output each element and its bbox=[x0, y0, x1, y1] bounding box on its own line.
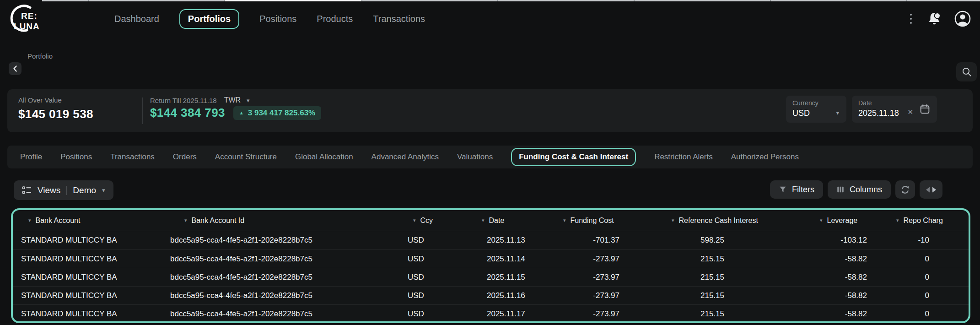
refresh-button[interactable] bbox=[895, 180, 915, 199]
cell-bank-account-id: bdcc5a95-cca4-4fe5-a2f1-202e8228b7c5 bbox=[164, 255, 395, 264]
breadcrumb: Portfolio bbox=[27, 52, 53, 60]
column-header-date[interactable]: ▾Date bbox=[470, 217, 550, 225]
cell-reference-cash-interest: 215.15 bbox=[665, 273, 811, 282]
filter-funnel-icon bbox=[779, 185, 787, 194]
cell-repo-charge: 0 bbox=[891, 309, 969, 319]
prev-arrow-icon bbox=[926, 187, 930, 192]
kebab-menu-icon[interactable] bbox=[907, 11, 915, 27]
views-current-value: Demo bbox=[73, 185, 96, 195]
column-header-leverage[interactable]: ▾Leverage bbox=[811, 217, 891, 225]
table-row[interactable]: STANDARD MULTICCY BA bdcc5a95-cca4-4fe5-… bbox=[13, 249, 969, 268]
search-icon bbox=[961, 66, 972, 77]
column-header-ccy[interactable]: ▾Ccy bbox=[395, 217, 470, 225]
tab-positions[interactable]: Positions bbox=[60, 152, 92, 162]
tab-profile[interactable]: Profile bbox=[20, 152, 42, 162]
cell-funding-cost: -273.97 bbox=[550, 291, 665, 300]
table-toolbar: Views Demo ▾ Filters Columns bbox=[0, 179, 980, 200]
summary-divider bbox=[142, 98, 143, 124]
return-change-value: 3 934 417 825.63% bbox=[248, 108, 315, 118]
cell-bank-account: STANDARD MULTICCY BA bbox=[13, 309, 164, 319]
column-menu-caret-icon[interactable]: ▾ bbox=[896, 217, 899, 223]
chevron-left-icon bbox=[12, 65, 18, 72]
return-mode-dropdown[interactable]: TWR ▾ bbox=[224, 96, 250, 104]
reluna-logo[interactable]: RE: LUNA bbox=[7, 5, 60, 34]
views-divider bbox=[66, 186, 67, 195]
column-header-funding-cost[interactable]: ▾Funding Cost bbox=[550, 217, 665, 225]
cell-ccy: USD bbox=[395, 255, 470, 264]
cell-ccy: USD bbox=[395, 273, 470, 282]
cell-leverage: -58.82 bbox=[811, 273, 891, 282]
table-row[interactable]: STANDARD MULTICCY BA bdcc5a95-cca4-4fe5-… bbox=[13, 286, 969, 304]
cell-date: 2025.11.15 bbox=[470, 273, 550, 282]
date-picker[interactable]: Date 2025.11.18 ✕ bbox=[852, 96, 937, 123]
nav-item-transactions[interactable]: Transactions bbox=[373, 14, 425, 24]
cell-funding-cost: -273.97 bbox=[550, 309, 665, 319]
table-row[interactable]: STANDARD MULTICCY BA bdcc5a95-cca4-4fe5-… bbox=[13, 268, 969, 286]
column-header-reference-cash-interest[interactable]: ▾Reference Cash Interest bbox=[665, 217, 811, 225]
views-label: Views bbox=[38, 185, 60, 195]
table-header-row: ▾Bank Account ▾Bank Account Id ▾Ccy ▾Dat… bbox=[13, 210, 969, 231]
tab-valuations[interactable]: Valuations bbox=[457, 152, 493, 162]
user-avatar-icon[interactable] bbox=[954, 10, 971, 27]
table-row[interactable]: STANDARD MULTICCY BA bdcc5a95-cca4-4fe5-… bbox=[13, 231, 969, 249]
currency-label: Currency bbox=[792, 99, 840, 107]
cell-repo-charge: -10 bbox=[891, 236, 969, 245]
column-menu-caret-icon[interactable]: ▾ bbox=[482, 217, 485, 223]
cell-bank-account: STANDARD MULTICCY BA bbox=[13, 291, 164, 300]
return-till-label: Return Till 2025.11.18 bbox=[150, 97, 217, 104]
column-menu-caret-icon[interactable]: ▾ bbox=[563, 217, 566, 223]
portfolio-tabs: Profile Positions Transactions Orders Ac… bbox=[7, 146, 973, 168]
tab-advanced-analytics[interactable]: Advanced Analytics bbox=[372, 152, 439, 162]
columns-button[interactable]: Columns bbox=[828, 180, 891, 199]
cell-leverage: -103.12 bbox=[811, 236, 891, 245]
views-list-icon bbox=[22, 186, 32, 195]
search-button[interactable] bbox=[956, 62, 977, 81]
nav-item-dashboard[interactable]: Dashboard bbox=[114, 14, 159, 24]
back-button[interactable] bbox=[9, 62, 22, 75]
column-header-bank-account[interactable]: ▾Bank Account bbox=[13, 217, 164, 225]
tab-funding-cost-cash-interest[interactable]: Funding Cost & Cash Interest bbox=[511, 148, 636, 166]
cell-date: 2025.11.16 bbox=[470, 291, 550, 300]
nav-item-positions[interactable]: Positions bbox=[259, 14, 296, 24]
tab-global-allocation[interactable]: Global Allocation bbox=[295, 152, 353, 162]
refresh-icon bbox=[900, 184, 910, 195]
nav-item-portfolios[interactable]: Portfolios bbox=[179, 9, 239, 29]
column-header-repo-charge[interactable]: ▾Repo Charg bbox=[891, 217, 969, 225]
chevron-down-icon: ▾ bbox=[836, 109, 839, 116]
cell-leverage: -58.82 bbox=[811, 255, 891, 264]
funding-cost-table: ▾Bank Account ▾Bank Account Id ▾Ccy ▾Dat… bbox=[11, 208, 970, 323]
return-change-badge: ▲ 3 934 417 825.63% bbox=[233, 106, 321, 120]
calendar-icon[interactable] bbox=[919, 103, 931, 117]
clear-date-icon[interactable]: ✕ bbox=[907, 108, 913, 116]
column-menu-caret-icon[interactable]: ▾ bbox=[184, 217, 187, 223]
tab-authorized-persons[interactable]: Authorized Persons bbox=[731, 152, 799, 162]
tab-transactions[interactable]: Transactions bbox=[110, 152, 155, 162]
cell-reference-cash-interest: 215.15 bbox=[665, 309, 811, 319]
chevron-down-icon: ▾ bbox=[247, 97, 250, 104]
tab-restriction-alerts[interactable]: Restriction Alerts bbox=[654, 152, 713, 162]
nav-item-products[interactable]: Products bbox=[317, 14, 353, 24]
cell-bank-account-id: bdcc5a95-cca4-4fe5-a2f1-202e8228b7c5 bbox=[164, 236, 395, 245]
pagination-arrows-button[interactable] bbox=[920, 180, 942, 199]
views-dropdown[interactable]: Views Demo ▾ bbox=[14, 180, 113, 200]
cell-bank-account-id: bdcc5a95-cca4-4fe5-a2f1-202e8228b7c5 bbox=[164, 309, 395, 319]
cell-reference-cash-interest: 215.15 bbox=[665, 291, 811, 300]
filters-label: Filters bbox=[792, 185, 814, 195]
column-menu-caret-icon[interactable]: ▾ bbox=[672, 217, 674, 223]
next-arrow-icon bbox=[932, 187, 936, 192]
notification-dot-icon bbox=[935, 13, 940, 18]
tab-account-structure[interactable]: Account Structure bbox=[215, 152, 277, 162]
column-menu-caret-icon[interactable]: ▾ bbox=[28, 217, 31, 223]
cell-funding-cost: -701.37 bbox=[550, 236, 665, 245]
filters-button[interactable]: Filters bbox=[770, 180, 823, 199]
currency-select[interactable]: Currency USD ▾ bbox=[786, 96, 846, 123]
tab-orders[interactable]: Orders bbox=[173, 152, 197, 162]
column-header-bank-account-id[interactable]: ▾Bank Account Id bbox=[164, 217, 395, 225]
bell-icon[interactable] bbox=[926, 11, 942, 27]
column-menu-caret-icon[interactable]: ▾ bbox=[413, 217, 416, 223]
all-over-value: $145 019 538 bbox=[18, 107, 93, 121]
table-row[interactable]: STANDARD MULTICCY BA bdcc5a95-cca4-4fe5-… bbox=[13, 304, 969, 323]
cell-repo-charge: 0 bbox=[891, 291, 969, 300]
cell-repo-charge: 0 bbox=[891, 255, 969, 264]
column-menu-caret-icon[interactable]: ▾ bbox=[820, 217, 823, 223]
